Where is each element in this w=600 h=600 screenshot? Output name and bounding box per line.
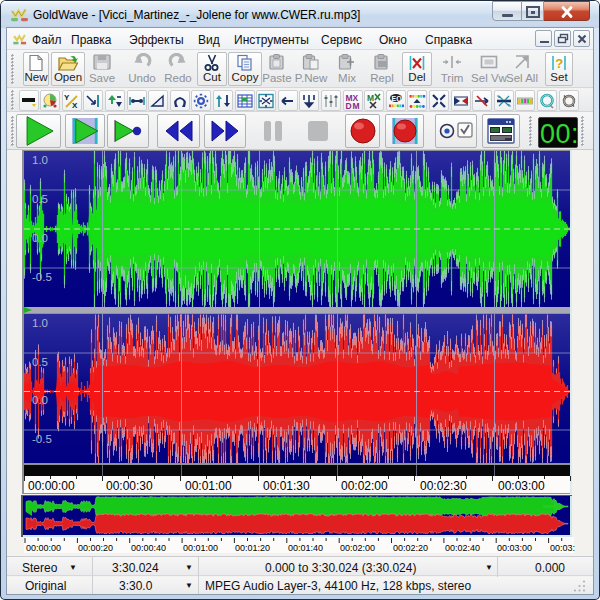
- svg-text:00:00:00: 00:00:00: [26, 543, 61, 553]
- svg-text:00:03:00: 00:03:00: [497, 543, 532, 553]
- svg-text:00:00:20: 00:00:20: [78, 543, 113, 553]
- svg-text:0.0: 0.0: [32, 232, 48, 244]
- svg-text:00:01:30: 00:01:30: [263, 479, 310, 493]
- svg-text:00:00:40: 00:00:40: [131, 543, 166, 553]
- svg-text:00:02:30: 00:02:30: [420, 479, 467, 493]
- svg-text:00:03:: 00:03:: [550, 543, 575, 553]
- svg-text:1.0: 1.0: [32, 154, 48, 166]
- svg-text:0.5: 0.5: [32, 356, 48, 368]
- svg-text:00:02:40: 00:02:40: [445, 543, 480, 553]
- svg-text:0.0: 0.0: [32, 394, 48, 406]
- svg-text:00:02:20: 00:02:20: [393, 543, 428, 553]
- svg-text:0.5: 0.5: [32, 193, 48, 205]
- svg-text:-0.5: -0.5: [32, 271, 52, 283]
- svg-text:00:00:00: 00:00:00: [28, 479, 75, 493]
- svg-text:00:02:00: 00:02:00: [341, 479, 388, 493]
- svg-text:00:02:00: 00:02:00: [340, 543, 375, 553]
- svg-text:00:01:20: 00:01:20: [235, 543, 270, 553]
- svg-text:00:00:30: 00:00:30: [106, 479, 153, 493]
- svg-text:00:01:40: 00:01:40: [288, 543, 323, 553]
- svg-text:-0.5: -0.5: [32, 433, 52, 445]
- svg-text:1.0: 1.0: [32, 317, 48, 329]
- svg-text:00:01:00: 00:01:00: [185, 479, 232, 493]
- svg-text:00:03:00: 00:03:00: [498, 479, 545, 493]
- svg-text:00:01:00: 00:01:00: [183, 543, 218, 553]
